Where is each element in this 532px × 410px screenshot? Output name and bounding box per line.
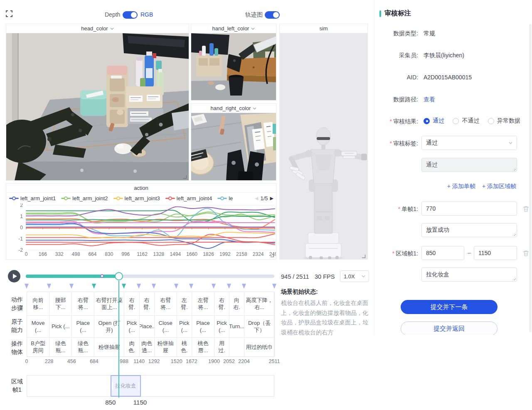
head-color-header[interactable]: head_color (6, 24, 189, 33)
legend-item-left_arm_joint4[interactable]: left_arm_joint4 (165, 195, 212, 201)
progress-slider-handle[interactable] (115, 272, 123, 280)
review-title-block: 审核标注 (379, 9, 411, 18)
panel-scrollbar[interactable] (529, 24, 532, 332)
table-axis-tick-2052: 2052 (223, 358, 235, 364)
legend-item-le[interactable]: le (217, 195, 233, 201)
table-cell-ability-6: Place.. (140, 315, 155, 337)
resize-grip-icon[interactable] (512, 232, 516, 236)
table-cell-step-3: 右臂将... (72, 292, 94, 315)
single-frame-dot-marker[interactable] (100, 274, 104, 278)
review-tag-note[interactable]: 通过 (421, 158, 517, 172)
head-color-title: head_color (81, 25, 108, 32)
timeline-marker-1900[interactable] (212, 284, 216, 289)
timeline-marker-684[interactable] (92, 284, 96, 289)
single-frame-input[interactable] (421, 201, 517, 216)
submit-back-button[interactable]: 提交并返回 (401, 322, 498, 335)
speed-select[interactable]: 1.0X (340, 270, 369, 282)
radio-fail[interactable]: 不通过 (453, 117, 479, 125)
hand-left-video (191, 33, 276, 101)
resize-handle[interactable] (183, 175, 187, 179)
svg-text:664: 664 (88, 251, 96, 257)
hand-left-header[interactable]: hand_left_color (191, 24, 276, 33)
data-type-label: 数据类型: (374, 30, 418, 37)
table-cell-step-9: 左臂将... (192, 292, 214, 315)
region-range-block[interactable]: 拉化妆盒 (111, 375, 141, 397)
table-cell-object-10: 用过. (214, 337, 229, 356)
timeline-marker-2052[interactable] (227, 284, 231, 289)
legend-item-left_arm_joint2[interactable]: left_arm_joint2 (61, 195, 108, 201)
action-line-chart[interactable]: 210-1-2016633249866483099611621328149416… (6, 204, 276, 259)
radio-icon (424, 118, 430, 124)
playhead-line[interactable] (118, 281, 119, 398)
resize-handle[interactable] (362, 255, 365, 258)
region-end-input[interactable] (474, 246, 517, 260)
timeline-marker-2204[interactable] (242, 284, 246, 289)
data-path-label: 数据路径: (374, 96, 418, 103)
timeline-marker-1520[interactable] (174, 284, 178, 289)
trajectory-toggle[interactable] (265, 11, 280, 19)
svg-text:996: 996 (121, 251, 130, 257)
svg-text:1826: 1826 (203, 251, 214, 257)
legend-item-left_arm_joint1[interactable]: left_arm_joint1 (9, 195, 56, 201)
table-cell-ability-8: Pick (... (177, 315, 192, 337)
legend-next-icon[interactable]: ▶ (270, 196, 273, 201)
legend-prev-icon[interactable]: ◀ (255, 196, 258, 201)
timeline-marker-0[interactable] (25, 284, 29, 289)
timeline-marker-1672[interactable] (189, 284, 193, 289)
table-cell-object-4: 粉饼抽屉 (94, 337, 124, 356)
chevron-down-icon (251, 27, 255, 30)
table-cell-step-5: 右臂. (125, 292, 140, 315)
region-frame-desc[interactable]: 拉化妆盒 (421, 268, 517, 282)
resize-handle[interactable] (271, 254, 274, 257)
add-region-frame-link[interactable]: + 添加区域帧 (482, 183, 516, 190)
timeline-marker-228[interactable] (47, 284, 51, 289)
table-cell-step-11: 向右. (229, 292, 244, 315)
depth-rgb-toggle[interactable] (123, 11, 138, 19)
table-axis-tick-1900: 1900 (208, 358, 220, 364)
timeline-marker-2511[interactable] (272, 284, 276, 289)
step-table: 向前移...Move (...B户型房间腰部下...Pick (...绿色瓶..… (27, 292, 274, 357)
fps-label: 30 FPS (315, 273, 335, 280)
chevron-down-icon (110, 27, 114, 30)
row-label-ability: 原子能力 (8, 317, 26, 334)
sim-viewport[interactable] (280, 33, 367, 260)
table-cell-step-7: 右臂将... (155, 292, 177, 315)
region-start-input[interactable] (421, 246, 464, 260)
table-cell-ability-1: Move (... (27, 315, 49, 337)
timeline-marker-1292[interactable] (152, 284, 156, 289)
table-axis-tick-0: 0 (25, 358, 28, 364)
hand-right-header[interactable]: hand_right_color (191, 104, 276, 113)
region-start-value: 850 (105, 399, 116, 406)
single-frame-desc[interactable]: 放置成功 (421, 223, 517, 237)
svg-text:-2: -2 (18, 247, 23, 253)
play-button[interactable] (8, 270, 20, 282)
review-tag-select[interactable]: 通过 (421, 136, 517, 150)
hand-left-scene (191, 33, 276, 101)
add-single-frame-link[interactable]: + 添加单帧 (447, 183, 475, 190)
radio-pass[interactable]: 通过 (424, 117, 444, 125)
table-cell-object-5: 肉色. (125, 337, 140, 356)
fullscreen-icon[interactable] (6, 10, 12, 17)
resize-grip-icon[interactable] (512, 277, 516, 280)
review-panel: 审核标注 数据类型: 常规 采集员: 李轶晨(liyichen) AID: A2… (374, 0, 532, 335)
table-cell-object-2: 绿色瓶... (49, 337, 72, 356)
trash-icon[interactable] (522, 250, 530, 257)
svg-text:2158: 2158 (236, 251, 247, 257)
table-axis-tick-1292: 1292 (148, 358, 160, 364)
legend-item-left_arm_joint3[interactable]: left_arm_joint3 (113, 195, 160, 201)
timeline-marker-456[interactable] (69, 284, 74, 289)
timeline-marker-1140[interactable] (137, 284, 141, 289)
add-links: + 添加单帧 + 添加区域帧 (447, 183, 516, 190)
table-cell-object-9: 桃色唇... (192, 337, 214, 356)
region-track-label: 区域帧1 (8, 377, 26, 394)
app-root: Depth RGB 轨迹图 head_color (0, 0, 532, 410)
region-end-value: 1150 (133, 399, 147, 406)
resize-grip-icon[interactable] (512, 167, 516, 171)
data-path-link[interactable]: 查看 (424, 96, 435, 103)
submit-next-button[interactable]: 提交并下一条 (401, 300, 498, 314)
radio-abnormal[interactable]: 异常数据 (488, 117, 520, 125)
trash-icon[interactable] (522, 205, 530, 213)
region-frame-track[interactable]: 拉化妆盒 (27, 375, 274, 397)
timeline-marker-988[interactable] (122, 284, 126, 289)
legend-line-icon (9, 196, 19, 200)
